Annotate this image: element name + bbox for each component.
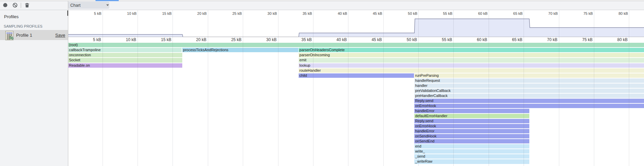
svg-text:%: % [9,35,13,41]
